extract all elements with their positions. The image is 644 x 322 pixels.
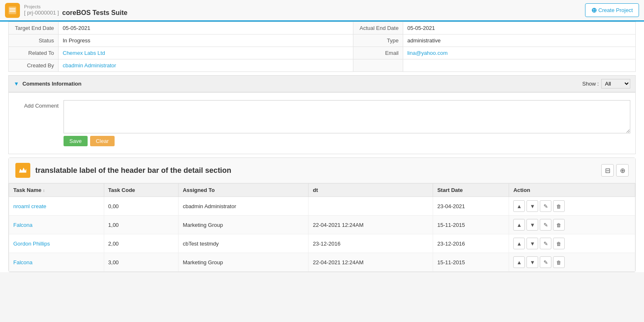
edit-task-button[interactable] <box>540 238 551 249</box>
edit-task-button[interactable] <box>540 219 551 231</box>
th-task-code: Task Code <box>104 184 179 197</box>
task-row: nroaml create 0,00 cbadmin Administrator… <box>9 197 635 216</box>
move-up-button[interactable] <box>513 256 525 268</box>
columns-settings-button[interactable]: ⊟ <box>601 164 614 177</box>
task-start-date-cell: 15-11-2015 <box>433 216 509 234</box>
save-comment-button[interactable]: Save <box>64 136 88 146</box>
up-arrow-icon <box>517 259 522 265</box>
sort-icon-task-name[interactable]: ↕ <box>43 188 45 193</box>
related-to-link[interactable]: Chemex Labs Ltd <box>63 50 105 56</box>
task-code-cell: 2,00 <box>104 234 179 253</box>
th-task-name: Task Name ↕ <box>9 184 104 197</box>
up-arrow-icon <box>517 203 522 209</box>
edit-icon <box>544 203 548 209</box>
delete-task-button[interactable] <box>553 219 565 231</box>
value-target-end-date: 05-05-2021 <box>59 22 353 34</box>
app-title-group: Projects [ prj-0000001 ] coreBOS Tests S… <box>24 4 127 17</box>
move-down-button[interactable] <box>526 238 538 249</box>
tasks-section-title: translatable label of the header bar of … <box>35 166 596 175</box>
trash-icon <box>556 222 561 228</box>
task-row: Gordon Phillips 2,00 cbTest testmdy 23-1… <box>9 234 635 253</box>
comment-right: Save Clear <box>64 100 630 146</box>
app-logo <box>5 3 20 18</box>
task-name-link[interactable]: Falcona <box>13 259 32 265</box>
move-down-button[interactable] <box>526 256 538 268</box>
edit-task-button[interactable] <box>540 200 551 212</box>
value-email: lina@yahoo.com <box>403 47 635 59</box>
show-select[interactable]: All My Others <box>601 79 630 88</box>
task-name-link[interactable]: Falcona <box>13 222 32 228</box>
tasks-header-row: Task Name ↕ Task Code Assigned To dt Sta… <box>9 184 635 197</box>
tasks-table-header: Task Name ↕ Task Code Assigned To dt Sta… <box>9 184 635 197</box>
task-action-buttons <box>513 200 631 212</box>
task-code-cell: 0,00 <box>104 197 179 216</box>
move-down-button[interactable] <box>526 219 538 231</box>
th-assigned-to: Assigned To <box>179 184 309 197</box>
value-created-by: cbadmin Administrator <box>59 59 353 72</box>
created-by-link[interactable]: cbadmin Administrator <box>63 62 116 69</box>
task-start-date-cell: 23-12-2016 <box>433 234 509 253</box>
edit-icon <box>544 259 548 265</box>
up-arrow-icon <box>517 222 522 228</box>
task-row: Falcona 1,00 Marketing Group 22-04-2021 … <box>9 216 635 234</box>
task-assigned-to-cell: Marketing Group <box>179 216 309 234</box>
label-status: Status <box>9 34 59 47</box>
tasks-detail-section: translatable label of the header bar of … <box>8 157 636 272</box>
th-dt: dt <box>309 184 433 197</box>
tasks-section-header: translatable label of the header bar of … <box>9 158 635 183</box>
detail-table-top: Target End Date 05-05-2021 Actual End Da… <box>8 22 636 72</box>
svg-rect-2 <box>10 11 16 12</box>
down-arrow-icon <box>530 203 535 209</box>
move-up-button[interactable] <box>513 200 525 212</box>
delete-task-button[interactable] <box>553 238 565 249</box>
svg-rect-3 <box>10 8 16 9</box>
table-row: Status In Progress Type administrative <box>9 34 636 47</box>
edit-task-button[interactable] <box>540 256 551 268</box>
move-up-button[interactable] <box>513 219 525 231</box>
task-assigned-to-cell: cbTest testmdy <box>179 234 309 253</box>
delete-task-button[interactable] <box>553 200 565 212</box>
project-name: coreBOS Tests Suite <box>62 9 127 17</box>
delete-task-button[interactable] <box>553 256 565 268</box>
label-related-to: Related To <box>9 47 59 59</box>
task-start-date-cell: 23-04-2021 <box>433 197 509 216</box>
move-down-button[interactable] <box>526 200 538 212</box>
move-up-button[interactable] <box>513 238 525 249</box>
task-dt-cell: 22-04-2021 12:24AM <box>309 253 433 272</box>
comments-section-header: ▼ Comments Information Show : All My Oth… <box>8 75 636 92</box>
task-assigned-to-cell: cbadmin Administrator <box>179 197 309 216</box>
task-name-link[interactable]: nroaml create <box>13 203 46 209</box>
logo-icon <box>8 6 17 15</box>
value-type: administrative <box>403 34 635 47</box>
collapse-icon[interactable]: ▼ <box>14 81 19 87</box>
email-link[interactable]: lina@yahoo.com <box>407 50 448 56</box>
value-empty <box>403 59 635 72</box>
add-task-button[interactable]: ⊕ <box>616 164 629 177</box>
label-empty <box>353 59 403 72</box>
create-project-button[interactable]: ⊕ Create Project <box>585 3 639 17</box>
tasks-table-body: nroaml create 0,00 cbadmin Administrator… <box>9 197 635 272</box>
comments-header-right: Show : All My Others <box>582 79 630 88</box>
label-actual-end-date: Actual End Date <box>353 22 403 34</box>
task-action-cell <box>509 197 635 216</box>
th-task-name-label: Task Name <box>13 187 42 193</box>
down-arrow-icon <box>530 241 535 247</box>
project-id: [ prj-0000001 ] <box>24 10 59 16</box>
task-dt-cell: 22-04-2021 12:24AM <box>309 216 433 234</box>
crown-icon <box>18 166 27 175</box>
task-dt-cell: 23-12-2016 <box>309 234 433 253</box>
add-comment-row: Add Comment Save Clear <box>9 97 635 150</box>
app-header: Projects [ prj-0000001 ] coreBOS Tests S… <box>0 0 644 22</box>
task-name-link[interactable]: Gordon Phillips <box>13 241 50 247</box>
trash-icon <box>556 259 561 265</box>
header-right: ⊕ Create Project <box>585 3 639 17</box>
comment-textarea[interactable] <box>64 100 630 133</box>
clear-comment-button[interactable]: Clear <box>90 136 115 146</box>
down-arrow-icon <box>530 222 535 228</box>
label-email: Email <box>353 47 403 59</box>
comments-title: Comments Information <box>22 81 81 87</box>
label-target-end-date: Target End Date <box>9 22 59 34</box>
label-type: Type <box>353 34 403 47</box>
value-actual-end-date: 05-05-2021 <box>403 22 635 34</box>
task-assigned-to-cell: Marketing Group <box>179 253 309 272</box>
